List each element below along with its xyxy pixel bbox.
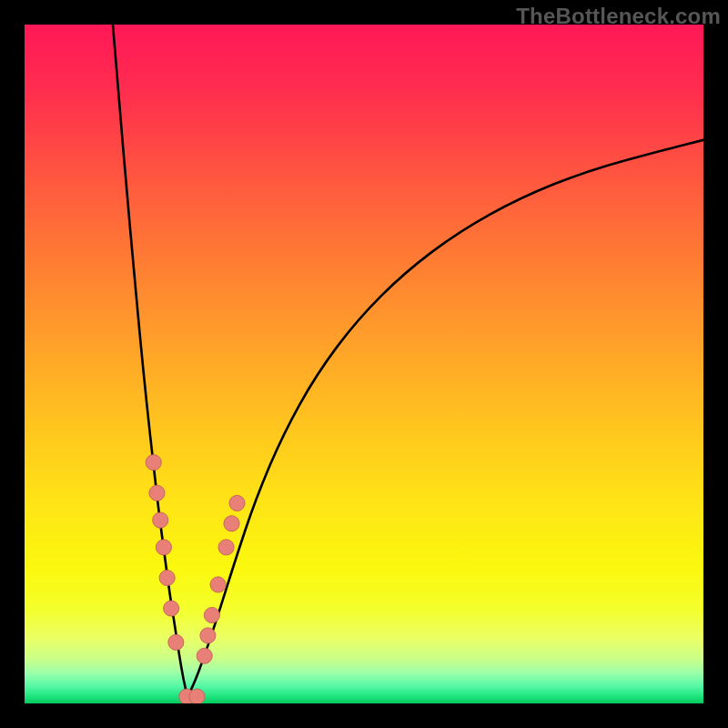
data-dot [197, 648, 212, 663]
data-dot [224, 516, 239, 531]
plot-area [25, 25, 703, 703]
curve-layer [25, 25, 703, 703]
data-dot [164, 601, 179, 616]
data-dot [146, 455, 161, 470]
curve-left-curve [113, 25, 187, 697]
data-dot [229, 495, 245, 511]
data-dot [168, 634, 184, 650]
data-dot [156, 540, 171, 555]
data-dot [218, 540, 234, 555]
data-dot [149, 485, 165, 500]
data-dot [189, 689, 205, 703]
data-dot [159, 570, 175, 585]
data-dot [210, 577, 226, 592]
data-dot [204, 607, 219, 622]
chart-frame: TheBottleneck.com [0, 0, 728, 728]
curve-right-curve [187, 140, 703, 697]
data-dot [153, 512, 168, 528]
data-dot [200, 628, 216, 643]
